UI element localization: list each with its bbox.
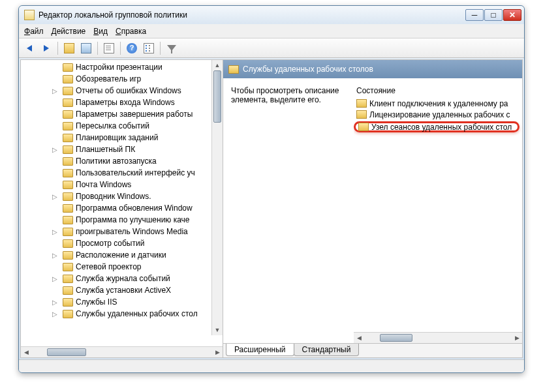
document-icon: [104, 43, 114, 53]
folder-icon: [63, 110, 73, 119]
expand-icon[interactable]: ▷: [52, 146, 60, 153]
tree-item[interactable]: Планировщик заданий: [21, 132, 223, 143]
help-button[interactable]: ?: [124, 40, 140, 56]
tree-item[interactable]: ▷проигрыватель Windows Media: [21, 226, 223, 237]
tree-item[interactable]: Почта Windows: [21, 179, 223, 190]
folder-icon: [63, 228, 73, 236]
folder-up-button[interactable]: [61, 40, 77, 56]
menu-view[interactable]: Вид: [93, 27, 108, 36]
window-title: Редактор локальной групповой политики: [39, 10, 465, 20]
folder-icon: [356, 110, 367, 119]
detail-horizontal-scrollbar[interactable]: ◀ ▶: [354, 332, 522, 343]
tree-item[interactable]: ▷Расположение и датчики: [21, 249, 223, 261]
window-controls: ─ □ ✕: [465, 9, 521, 21]
titlebar[interactable]: Редактор локальной групповой политики ─ …: [19, 6, 524, 24]
state-item-label: Лицензирование удаленных рабочих с: [369, 110, 510, 119]
tree-item[interactable]: Программа по улучшению каче: [21, 214, 223, 226]
expand-icon[interactable]: ▷: [52, 310, 60, 318]
tree-item[interactable]: Настройки презентации: [21, 61, 223, 73]
folder-icon: [63, 239, 73, 248]
menu-action[interactable]: Действие: [52, 27, 86, 36]
scroll-left-icon[interactable]: ◀: [354, 333, 364, 343]
tree-item[interactable]: ▷Планшетный ПК: [21, 143, 223, 155]
menu-file[interactable]: Файл: [24, 27, 44, 36]
state-item[interactable]: Узел сеансов удаленных рабочих стол: [354, 121, 520, 132]
scroll-right-icon[interactable]: ▶: [512, 333, 522, 343]
tree-item[interactable]: ▷Службы IIS: [21, 296, 223, 308]
tree-item[interactable]: Обозреватель игр: [21, 73, 223, 85]
tree-item[interactable]: ▷Служба журнала событий: [21, 273, 223, 284]
expand-icon[interactable]: ▷: [52, 193, 60, 200]
menu-help[interactable]: Справка: [116, 27, 146, 36]
folder-icon: [63, 98, 73, 107]
expand-icon[interactable]: ▷: [52, 228, 60, 235]
expand-icon[interactable]: ▷: [52, 252, 60, 259]
folder-icon: [63, 169, 73, 177]
tree-item-label: Планировщик заданий: [76, 133, 158, 142]
tree-item[interactable]: Сетевой проектор: [21, 261, 223, 273]
tree-item-label: Почта Windows: [76, 180, 131, 189]
tree-vertical-scrollbar[interactable]: ▲ ▼: [211, 60, 223, 335]
tree-horizontal-scrollbar[interactable]: ◀ ▶: [21, 346, 223, 357]
folder-icon: [63, 192, 73, 201]
filter-button[interactable]: [164, 40, 179, 56]
tree-item-label: Службы удаленных рабочих стол: [76, 309, 198, 318]
tree-item-label: Настройки презентации: [76, 63, 163, 72]
scroll-thumb[interactable]: [380, 334, 412, 342]
expand-icon[interactable]: ▷: [52, 87, 60, 95]
state-item-label: Узел сеансов удаленных рабочих стол: [371, 123, 512, 132]
app-icon: [24, 10, 35, 20]
folder-icon: [358, 123, 369, 131]
window: Редактор локальной групповой политики ─ …: [18, 5, 525, 373]
folder-icon: [63, 157, 73, 166]
tree-item[interactable]: ▷Отчеты об ошибках Windows: [21, 85, 223, 97]
folder-icon: [63, 286, 73, 295]
folder-icon: [63, 275, 73, 283]
tree-item-label: Обозреватель игр: [76, 74, 141, 83]
tree-item[interactable]: ▷Проводник Windows.: [21, 190, 223, 202]
tree-item[interactable]: Параметры входа Windows: [21, 97, 223, 108]
tree-item-label: Параметры завершения работы: [76, 110, 193, 119]
state-item-label: Клиент подключения к удаленному ра: [369, 99, 508, 108]
folder-icon: [63, 75, 73, 83]
tab-standard[interactable]: Стандартный: [294, 344, 360, 356]
folder-icon: [63, 122, 73, 130]
scroll-down-icon[interactable]: ▼: [212, 325, 223, 335]
maximize-button[interactable]: □: [484, 9, 503, 21]
toolbar-separator: [97, 42, 98, 55]
tree-item-label: Проводник Windows.: [76, 192, 151, 201]
show-hide-button[interactable]: [78, 40, 94, 56]
tree-item[interactable]: Пересылка событий: [21, 120, 223, 132]
forward-button[interactable]: [39, 40, 54, 56]
state-item[interactable]: Клиент подключения к удаленному ра: [354, 98, 522, 109]
menubar: Файл Действие Вид Справка: [19, 24, 524, 38]
expand-icon[interactable]: ▷: [52, 299, 60, 306]
scroll-left-icon[interactable]: ◀: [21, 347, 31, 357]
scroll-thumb[interactable]: [213, 70, 221, 123]
tree-item[interactable]: Пользовательский интерфейс уч: [21, 167, 223, 179]
tree-item[interactable]: Служба установки ActiveX: [21, 284, 223, 296]
scroll-up-icon[interactable]: ▲: [212, 60, 223, 70]
tree-item[interactable]: ▷Службы удаленных рабочих стол: [21, 308, 223, 320]
scroll-right-icon[interactable]: ▶: [212, 347, 223, 357]
tree-item[interactable]: Политики автозапуска: [21, 155, 223, 167]
detail-panel: Службы удаленных рабочих столов Чтобы пр…: [223, 60, 522, 357]
folder-icon: [63, 87, 73, 95]
export-button[interactable]: [101, 40, 117, 56]
state-item[interactable]: Лицензирование удаленных рабочих с: [354, 109, 522, 120]
scroll-thumb[interactable]: [47, 348, 86, 356]
tab-extended[interactable]: Расширенный: [226, 344, 294, 356]
tree-item[interactable]: Просмотр событий: [21, 237, 223, 249]
detail-title: Службы удаленных рабочих столов: [243, 65, 373, 74]
back-button[interactable]: [22, 40, 37, 56]
properties-button[interactable]: [141, 40, 157, 56]
tree-scroll: Настройки презентацииОбозреватель игр▷От…: [21, 60, 223, 346]
tree-item-label: Параметры входа Windows: [76, 98, 175, 107]
tree-item[interactable]: Параметры завершения работы: [21, 108, 223, 120]
close-button[interactable]: ✕: [503, 9, 521, 21]
minimize-button[interactable]: ─: [465, 9, 484, 21]
detail-tabs: Расширенный Стандартный: [223, 343, 522, 357]
state-heading: Состояние: [354, 78, 522, 98]
tree-item[interactable]: Программа обновления Window: [21, 202, 223, 214]
expand-icon[interactable]: ▷: [52, 275, 60, 282]
